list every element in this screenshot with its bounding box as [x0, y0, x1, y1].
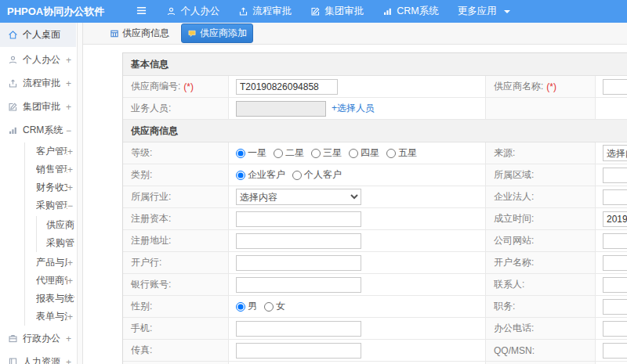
cell-category: 企业客户个人客户 [229, 164, 486, 186]
label-level: 等级: [123, 142, 229, 164]
sidebar-scrollbar[interactable] [77, 23, 82, 364]
mobile-input[interactable] [236, 321, 361, 337]
legal-person-input[interactable] [603, 189, 627, 205]
gender-radio-input-1[interactable] [264, 302, 274, 312]
sidebar-item-label: 流程审批 [23, 77, 66, 90]
supplier-name-input[interactable] [603, 79, 627, 95]
field-label: 业务人员: [131, 102, 171, 115]
level-radio-2[interactable]: 三星 [311, 146, 342, 160]
gender-radio-input-0[interactable] [236, 302, 245, 312]
nav-crm-system[interactable]: CRM系统 [373, 0, 448, 23]
sidebar-item-sales-management[interactable]: 销售管理+ [25, 160, 76, 178]
sidebar-item-label: 销售管理 [36, 163, 67, 176]
company-website-input[interactable] [603, 233, 627, 249]
category-radio-input-1[interactable] [292, 171, 302, 180]
field-label: 开户名称: [494, 256, 534, 269]
level-radio-3[interactable]: 四星 [349, 146, 379, 160]
expand-icon: + [67, 258, 74, 268]
expand-icon: + [66, 55, 73, 66]
sidebar-item-workflow-approval[interactable]: 流程审批+ [0, 73, 76, 94]
contact-person-input[interactable] [603, 277, 627, 293]
sidebar-item-customer-management[interactable]: 客户管理+ [25, 142, 76, 160]
gender-radio-1[interactable]: 女 [264, 300, 285, 313]
sidebar-item-human-resources[interactable]: 人力资源+ [0, 351, 76, 364]
level-radio-0[interactable]: 一星 [236, 146, 266, 160]
field-label: 注册地址: [131, 234, 171, 247]
category-radio-1[interactable]: 个人客户 [292, 168, 342, 182]
expand-icon: + [66, 78, 73, 89]
sidebar-item-finance-management[interactable]: 财务收支+ [25, 178, 76, 196]
fax-input[interactable] [236, 343, 361, 359]
field-label: 性别: [131, 300, 152, 313]
sidebar-item-label: 人力资源 [23, 355, 66, 364]
source-select[interactable]: 选择内容 [603, 145, 627, 161]
office-phone-input[interactable] [603, 321, 627, 337]
sidebar-item-agent-management[interactable]: 代理商管理+ [25, 272, 76, 290]
sidebar-item-group-approval[interactable]: 集团审批+ [0, 96, 76, 117]
nav-personal-office[interactable]: 个人办公 [157, 0, 229, 23]
level-radio-1[interactable]: 二星 [274, 146, 304, 160]
nav-workflow-approval[interactable]: 流程审批 [229, 0, 301, 23]
label-gender: 性别: [123, 296, 229, 317]
level-radio-4[interactable]: 五星 [386, 146, 417, 160]
label-office-phone: 办公电话: [486, 318, 596, 339]
sidebar-submenu: 供应商管理采购管理 [36, 216, 76, 252]
sidebar-item-crm-system[interactable]: CRM系统− [0, 120, 76, 141]
field-label: QQ/MSN: [494, 345, 535, 356]
bank-name-input[interactable] [236, 255, 361, 271]
label-contact-person: 联系人: [486, 274, 596, 295]
nav-more-apps[interactable]: 更多应用 [448, 0, 520, 23]
menu-toggle-icon[interactable] [136, 5, 147, 18]
sidebar-item-label: 表单与流程设置 [36, 310, 67, 323]
level-radio-input-1[interactable] [274, 149, 283, 158]
region-input[interactable] [603, 168, 627, 183]
sidebar-item-purchase-management-sub[interactable]: 采购管理 [37, 234, 76, 252]
expand-icon: + [67, 312, 74, 323]
level-radio-input-2[interactable] [311, 149, 321, 158]
level-radio-input-3[interactable] [349, 149, 358, 158]
cell-mobile [229, 318, 486, 339]
category-radio-0[interactable]: 企业客户 [236, 168, 285, 182]
account-name-input[interactable] [603, 255, 627, 271]
home-icon [8, 30, 18, 40]
sidebar-item-products-inventory[interactable]: 产品与库存+ [25, 254, 76, 272]
cell-industry: 选择内容 [229, 186, 486, 207]
cell-region [596, 164, 627, 186]
sidebar-item-form-workflow-settings[interactable]: 表单与流程设置+ [25, 308, 76, 326]
sidebar-item-personal-desktop[interactable]: 个人桌面 [0, 23, 76, 47]
field-label: 联系人: [494, 278, 524, 291]
radio-label: 企业客户 [248, 168, 285, 182]
registered-capital-input[interactable] [236, 211, 361, 227]
cell-supplier-name [596, 76, 627, 97]
industry-select[interactable]: 选择内容 [236, 189, 361, 205]
sidebar-item-reports-statistics[interactable]: 报表与统计 [25, 290, 76, 308]
level-radio-input-0[interactable] [236, 149, 245, 158]
business-person-select-link[interactable]: +选择人员 [332, 102, 375, 115]
sidebar-item-administrative-office[interactable]: 行政办公+ [0, 328, 76, 349]
field-label: 企业法人: [494, 190, 534, 204]
founded-date-input[interactable] [603, 211, 627, 227]
cell-source: 选择内容 [596, 142, 627, 164]
business-person-input[interactable] [236, 101, 326, 117]
bank-account-input[interactable] [236, 277, 361, 293]
category-radio-input-0[interactable] [236, 171, 245, 180]
tab-supplier-add[interactable]: 供应商添加 [181, 23, 253, 43]
supplier-code-input[interactable] [236, 79, 338, 95]
sidebar-item-supplier-management[interactable]: 供应商管理 [37, 216, 76, 234]
nav-label: 更多应用 [458, 5, 497, 18]
level-radio-input-4[interactable] [386, 149, 396, 158]
hamburger-icon [136, 5, 147, 18]
tab-supplier-info[interactable]: 供应商信息 [103, 23, 176, 43]
registered-address-input[interactable] [236, 233, 361, 249]
gender-radio-0[interactable]: 男 [236, 300, 257, 313]
label-source: 来源: [486, 142, 596, 164]
share-icon [8, 78, 18, 88]
label-qq-msn: QQ/MSN: [486, 340, 596, 361]
nav-group-approval[interactable]: 集团审批 [301, 0, 373, 23]
field-label: 职务: [494, 300, 515, 313]
sidebar-item-personal-office[interactable]: 个人办公+ [0, 49, 76, 70]
sidebar-item-purchase-management[interactable]: 采购管理− [25, 196, 76, 214]
qq-msn-input[interactable] [603, 343, 627, 359]
form-row: 所属行业:选择内容企业法人: [123, 186, 627, 208]
position-input[interactable] [603, 299, 627, 315]
